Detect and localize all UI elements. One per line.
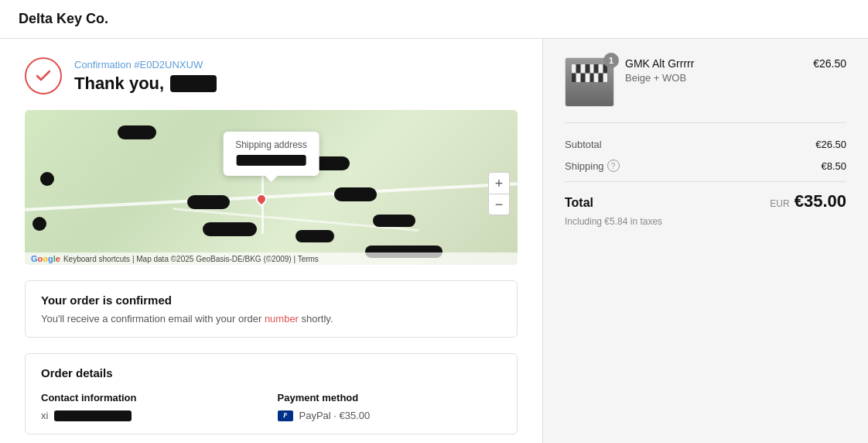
order-number-link[interactable]: number [265,313,299,325]
confirmation-header: Confirmation #E0D2UNXUW Thank you, [25,57,518,94]
total-label: Total [565,196,593,210]
key-1 [572,64,576,73]
shipping-info-icon[interactable]: ? [607,160,620,172]
keyboard-keys-visual [572,64,607,100]
key-4 [586,64,589,73]
contact-info-col: Contact information xi [41,392,265,421]
payment-method-col: Payment method P PayPal · €35.00 [278,392,502,421]
google-logo: Google [31,254,60,263]
map-redacted-7 [32,217,46,231]
key-12 [586,74,589,82]
key-10 [576,74,580,82]
map-attribution: Keyboard shortcuts | Map data ©2025 GeoB… [63,255,319,263]
map-container: Shipping address + − Google Ke [25,110,518,265]
popup-title: Shipping address [235,139,307,150]
total-value-wrapper: EUR €35.00 [770,191,846,211]
main-layout: Confirmation #E0D2UNXUW Thank you, [0,39,868,443]
total-row: Total EUR €35.00 [565,191,846,211]
map-zoom-in-button[interactable]: + [488,172,510,194]
key-5 [590,64,594,73]
site-title: Delta Key Co. [19,11,108,26]
map-redacted-6 [334,187,377,201]
map-marker [256,194,267,204]
subtotal-row: Subtotal €26.50 [565,139,846,150]
site-header: Delta Key Co. [0,0,868,39]
key-6 [594,64,598,73]
order-confirmed-title: Your order is confirmed [41,294,501,307]
map-marker-dot [254,191,269,207]
shipping-row: Shipping ? €8.50 [565,160,846,172]
product-variant: Beige + WOB [625,72,802,84]
product-quantity-badge: 1 [603,53,619,68]
confirmation-label: Confirmation #E0D2UNXUW [74,59,217,70]
total-currency: EUR [770,198,789,209]
paypal-icon: P [278,410,293,421]
tax-note: Including €5.84 in taxes [565,216,846,227]
key-15 [599,74,603,82]
shipping-label: Shipping ? [565,160,620,172]
shipping-address-popup: Shipping address [223,132,320,176]
left-panel: Confirmation #E0D2UNXUW Thank you, [0,39,543,443]
product-row: 1 GMK Alt Grrrrr Beige + WOB €26.50 [565,57,846,123]
confirmation-text: Confirmation #E0D2UNXUW Thank you, [74,59,217,94]
map-controls[interactable]: + − [488,172,510,215]
key-13 [590,74,594,82]
map-zoom-out-button[interactable]: − [488,194,510,215]
key-7 [599,64,603,73]
key-16 [603,74,607,82]
map-redacted-8 [296,230,334,242]
map-redacted-4 [187,195,230,209]
map-road-horizontal [25,182,517,211]
order-details-grid: Contact information xi Payment method P … [41,392,501,421]
key-9 [572,74,576,82]
contact-info-value: xi [41,410,265,421]
total-value: €35.00 [795,191,846,211]
map-background: Shipping address + − Google Ke [25,110,518,265]
subtotal-label: Subtotal [565,139,602,150]
map-footer: Google Keyboard shortcuts | Map data ©20… [25,252,518,265]
order-details-section: Order details Contact information xi Pay… [25,353,518,434]
product-info: GMK Alt Grrrrr Beige + WOB [625,57,802,84]
product-image-wrapper: 1 [565,57,614,107]
key-11 [581,74,585,82]
order-confirmed-text: You'll receive a confirmation email with… [41,313,501,325]
summary-divider [565,181,846,182]
check-circle-icon [25,57,62,94]
order-confirmed-box: Your order is confirmed You'll receive a… [25,280,518,338]
order-details-title: Order details [41,366,501,379]
redacted-popup-address [236,155,306,166]
redacted-email [54,410,132,421]
right-panel: 1 GMK Alt Grrrrr Beige + WOB €26.50 Subt… [543,39,868,443]
contact-info-label: Contact information [41,392,265,404]
redacted-customer-name [170,75,217,92]
key-14 [594,74,598,82]
map-redacted-2 [40,172,54,186]
map-redacted-1 [118,125,156,139]
product-price: €26.50 [813,57,846,70]
subtotal-value: €26.50 [815,139,846,150]
key-3 [581,64,585,73]
shipping-value: €8.50 [821,160,846,172]
product-name: GMK Alt Grrrrr [625,57,802,70]
payment-method-label: Payment method [278,392,502,404]
map-redacted-9 [373,215,415,227]
thank-you-heading: Thank you, [74,74,217,94]
key-2 [576,64,580,73]
payment-method-value: P PayPal · €35.00 [278,410,502,421]
map-redacted-5 [203,222,257,236]
